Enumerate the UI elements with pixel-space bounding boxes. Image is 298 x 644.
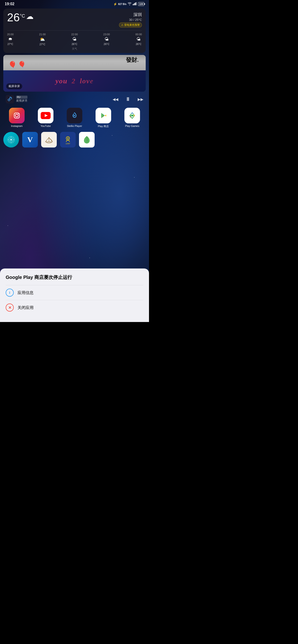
chinese-text: 發財. (126, 56, 139, 64)
svg-rect-1 (134, 4, 134, 5)
weather-temperature: 26 (7, 12, 20, 23)
pause-button[interactable]: ⏸ (125, 96, 131, 102)
forecast-icon-1: ⛅ (40, 37, 45, 42)
dialog-appinfo-label: 应用信息 (17, 290, 33, 296)
weather-unit: °C (20, 13, 25, 19)
weather-widget[interactable]: 26 °C ☁ 深圳 30 / 25°C ⚠ 雷电黄色预警 20:00 🌧 27… (3, 8, 146, 53)
12367-icon[interactable]: 12367 (60, 132, 76, 148)
app-item-playstore[interactable]: Play 商店 (91, 108, 115, 128)
svg-rect-4 (136, 2, 137, 5)
data-speed: 827 B/s (118, 3, 127, 6)
app-item-youtube[interactable]: YouTube (34, 108, 57, 128)
status-right: ⚡ 827 B/s 100 (113, 2, 144, 6)
forecast-icon-4: 🌤 (136, 37, 141, 42)
app-item-12367[interactable]: 12367 (60, 132, 76, 148)
dialog-item-appinfo[interactable]: i 应用信息 (6, 285, 143, 300)
forecast-icon-0: 🌧 (8, 37, 12, 42)
wifi-icon (128, 2, 131, 6)
svg-text:12367: 12367 (65, 143, 70, 144)
app-item-vim[interactable]: V (22, 132, 38, 148)
app-item-feiyan[interactable] (3, 132, 19, 148)
weather-cloud-icon: ☁ (26, 12, 33, 21)
music-title-area: RU 友情岁月 (16, 96, 27, 103)
svg-point-7 (18, 114, 19, 114)
app-item-money[interactable] (79, 132, 95, 148)
forecast-temp-3: 26°C (104, 42, 109, 46)
instagram-icon[interactable] (9, 108, 24, 123)
svg-point-19 (67, 138, 69, 139)
vim-icon[interactable]: V (22, 132, 38, 148)
close-icon: ✕ (6, 304, 14, 312)
weather-city-area: 深圳 30 / 25°C ⚠ 雷电黄色预警 (119, 12, 142, 28)
balloon-text: you 2 love (56, 77, 94, 85)
svg-rect-2 (135, 3, 135, 5)
playstore-label: Play 商店 (98, 124, 109, 128)
money-icon[interactable] (79, 132, 95, 148)
dialog-item-closeapp[interactable]: ✕ 关闭应用 (6, 300, 143, 315)
youtube-label: YouTube (40, 124, 51, 128)
weather-range: 30 / 25°C (119, 18, 142, 22)
forecast-icon-2: 🌤 (72, 37, 77, 42)
media-card[interactable]: 發財. 🎈 🎈 you 2 love 截屏录屏 (3, 55, 146, 92)
music-subtitle: 友情岁月 (16, 99, 27, 103)
svg-point-16 (10, 139, 12, 141)
forecast-time-0: 20:00 (7, 33, 14, 36)
svg-rect-3 (136, 2, 136, 5)
forecast-temp-4: 26°C (136, 42, 142, 46)
music-ru-badge: RU (16, 96, 27, 99)
dialog-closeapp-label: 关闭应用 (17, 305, 33, 310)
next-button[interactable]: ▶▶ (138, 97, 143, 102)
instagram-label: Instagram (11, 124, 23, 128)
stellio-icon[interactable] (67, 108, 82, 123)
battery-tip (144, 3, 145, 5)
dialog-title: Google Play 商店屡次停止运行 (6, 274, 143, 280)
forecast-icon-3: 🌤 (104, 37, 109, 42)
status-left: 19:02 (5, 2, 14, 6)
info-icon: i (6, 288, 14, 297)
bottom-dialog: Google Play 商店屡次停止运行 i 应用信息 ✕ 关闭应用 (0, 268, 149, 322)
youtube-icon[interactable] (38, 108, 53, 123)
sparkle (89, 258, 90, 258)
forecast-item-3: 23:00 🌤 26°C (103, 33, 110, 46)
forecast-item-1: 21:00 ⛅ 27°C (39, 33, 46, 46)
app-row-1: Instagram YouTube Stellio Player (0, 106, 149, 130)
weather-label: 天气 (7, 47, 142, 51)
forecast-item-0: 20:00 🌧 27°C (7, 33, 14, 46)
battery-container: 100 (138, 2, 144, 6)
feiyan-icon[interactable] (3, 132, 19, 148)
music-info: RU 友情岁月 (6, 95, 27, 104)
screenshot-btn[interactable]: 截屏录屏 (6, 83, 22, 89)
signal-icon (133, 2, 137, 6)
stellio-label: Stellio Player (67, 124, 82, 128)
app-item-boat[interactable] (41, 132, 57, 148)
battery-icon: 100 (138, 2, 144, 6)
boat-icon[interactable] (41, 132, 57, 148)
forecast-time-2: 22:00 (71, 33, 78, 36)
media-image-bottom: you 2 love 截屏录屏 (3, 70, 146, 92)
weather-top: 26 °C ☁ 深圳 30 / 25°C ⚠ 雷电黄色预警 (7, 12, 142, 28)
balloon-hearts: 🎈 🎈 (8, 61, 26, 69)
music-app-icon (6, 95, 14, 104)
weather-alert: ⚠ 雷电黄色预警 (119, 22, 142, 28)
forecast-temp-0: 27°C (7, 42, 13, 46)
svg-rect-0 (133, 4, 133, 5)
forecast-temp-2: 26°C (72, 42, 78, 46)
app-item-playgames[interactable]: Play Games (120, 108, 144, 128)
forecast-item-2: 22:00 🌤 26°C (71, 33, 78, 46)
playstore-icon[interactable] (96, 108, 111, 123)
app-row-2: V 12367 (0, 130, 149, 148)
forecast-time-1: 21:00 (39, 33, 46, 36)
svg-point-10 (74, 115, 75, 116)
forecast-time-4: 00:00 (135, 33, 142, 36)
music-player[interactable]: RU 友情岁月 ◀◀ ⏸ ▶▶ (3, 94, 146, 105)
status-bar: 19:02 ⚡ 827 B/s 100 (0, 0, 149, 7)
app-item-instagram[interactable]: Instagram (5, 108, 29, 128)
sparkle (134, 177, 135, 178)
music-controls: ◀◀ ⏸ ▶▶ (113, 96, 143, 102)
forecast-time-3: 23:00 (103, 33, 110, 36)
prev-button[interactable]: ◀◀ (113, 97, 118, 102)
weather-temp-area: 26 °C ☁ (7, 12, 33, 23)
app-item-stellio[interactable]: Stellio Player (63, 108, 86, 128)
playgames-icon[interactable] (124, 108, 140, 123)
status-time: 19:02 (5, 2, 14, 6)
